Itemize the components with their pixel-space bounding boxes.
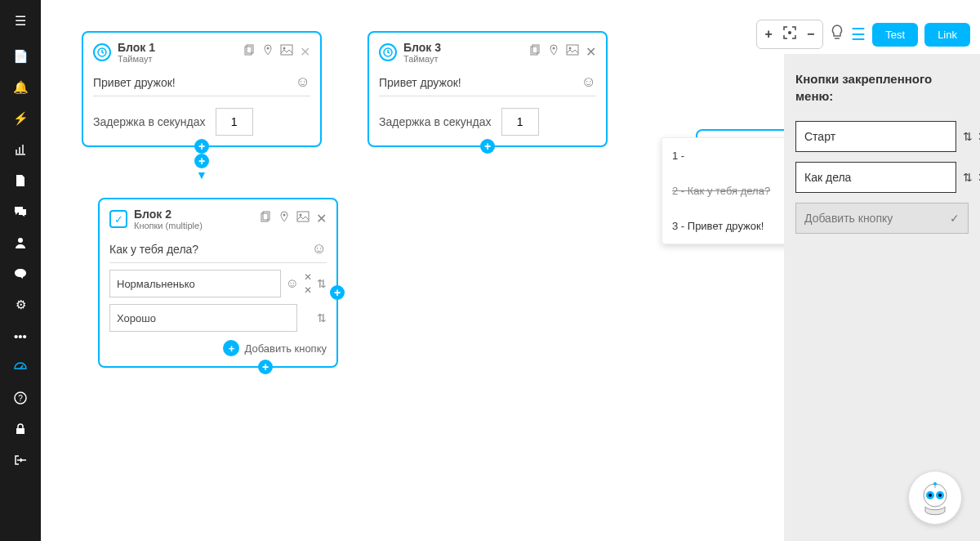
svg-point-26 (938, 494, 942, 497)
delay-input[interactable] (501, 108, 539, 136)
check-icon: ✓ (109, 210, 127, 228)
plus-icon: + (223, 340, 239, 356)
nav-dashboard[interactable] (0, 351, 41, 382)
sidebar: ☰ 📄 🔔 ⚡ ⚙ ••• ? (0, 0, 41, 541)
top-toolbar: + − ☰ Test Link (756, 20, 970, 49)
add-pinned-button[interactable]: Добавить кнопку ✓ (795, 203, 969, 234)
svg-point-19 (283, 214, 286, 217)
copy-icon[interactable] (259, 211, 272, 227)
nav-user[interactable] (0, 227, 41, 258)
plus-icon[interactable]: + (765, 27, 773, 42)
connector-icon[interactable]: + (480, 139, 495, 154)
block-message: Как у тебя дела? (109, 243, 198, 256)
block-subtitle: Таймаут (118, 54, 243, 64)
add-option-button[interactable]: + Добавить кнопку (109, 340, 327, 356)
block-1[interactable]: Блок 1 Таймаут ✕ Привет дружок! ☺ Задерж… (82, 31, 322, 147)
block-title: Блок 2 (134, 208, 259, 221)
block-subtitle: Таймаут (403, 54, 528, 64)
delay-input[interactable] (216, 108, 253, 136)
menu-blue-icon[interactable]: ☰ (851, 25, 866, 44)
link-button[interactable]: Link (924, 23, 970, 47)
nav-logout[interactable] (0, 445, 41, 476)
sort-icon[interactable]: ⇅ (963, 171, 973, 184)
close-icon[interactable]: ✕ (316, 211, 327, 227)
svg-rect-20 (297, 212, 309, 221)
nav-chart[interactable] (0, 134, 41, 165)
panel-title: Кнопки закрепленного меню: (795, 70, 969, 105)
nav-bell[interactable]: 🔔 (0, 72, 41, 103)
sort-icon[interactable]: ⇅ (317, 277, 327, 290)
block-2[interactable]: ✓ Блок 2 Кнопки (multiple) ✕ Как у тебя … (98, 198, 338, 368)
bulb-icon[interactable] (830, 25, 844, 45)
svg-point-4 (788, 31, 791, 34)
close-icon[interactable]: ✕ (586, 44, 596, 60)
pin-icon[interactable] (548, 44, 559, 60)
center-icon[interactable] (782, 25, 797, 43)
test-button[interactable]: Test (872, 23, 918, 47)
connector-icon[interactable]: + (194, 154, 209, 168)
svg-point-21 (300, 214, 302, 217)
nav-comment[interactable] (0, 258, 41, 289)
svg-point-16 (569, 47, 572, 50)
menu-icon[interactable]: ☰ (0, 0, 41, 41)
block-title: Блок 1 (118, 41, 243, 54)
remove-icon[interactable]: ✕ (304, 271, 312, 283)
sort-icon[interactable]: ⇅ (963, 130, 973, 143)
svg-rect-15 (567, 45, 578, 55)
pinned-button-input[interactable] (795, 121, 956, 152)
option-input[interactable] (109, 304, 297, 332)
nav-lock[interactable] (0, 414, 41, 445)
nav-more[interactable]: ••• (0, 320, 41, 351)
svg-point-8 (267, 47, 270, 50)
delay-label: Задержка в секундах (379, 115, 492, 128)
svg-point-0 (18, 238, 23, 243)
close-icon[interactable]: ✕ (300, 44, 310, 60)
copy-icon[interactable] (243, 44, 256, 60)
svg-point-10 (283, 47, 286, 50)
svg-rect-3 (16, 428, 24, 434)
clock-icon (379, 43, 397, 61)
nav-bolt[interactable]: ⚡ (0, 103, 41, 134)
block-title: Блок 3 (403, 41, 528, 54)
clock-icon (93, 43, 111, 61)
image-icon[interactable] (280, 44, 293, 60)
zoom-group: + − (756, 20, 824, 49)
svg-rect-9 (281, 45, 292, 55)
image-icon[interactable] (296, 211, 310, 227)
block-message: Привет дружок! (379, 76, 461, 89)
pinned-menu-panel: Кнопки закрепленного меню: ⇅ ✕ ⇅ ✕ Добав… (784, 54, 980, 541)
connector-icon[interactable]: + (258, 360, 273, 374)
block-message: Привет дружок! (93, 76, 176, 89)
nav-gears[interactable]: ⚙ (0, 289, 41, 320)
connector-icon[interactable]: + (194, 139, 209, 154)
pinned-button-input[interactable] (795, 162, 956, 193)
emoji-icon[interactable]: ☺ (312, 240, 327, 257)
nav-file[interactable]: 📄 (0, 41, 41, 72)
nav-chat[interactable] (0, 196, 41, 227)
svg-point-27 (933, 482, 937, 485)
svg-text:?: ? (18, 394, 23, 403)
canvas[interactable]: + − ☰ Test Link Блок 1 Таймаут (41, 0, 980, 541)
emoji-icon[interactable]: ☺ (296, 74, 310, 91)
svg-point-25 (929, 494, 932, 497)
remove-icon[interactable]: ✕ (304, 284, 312, 296)
copy-icon[interactable] (528, 44, 541, 60)
block-3[interactable]: Блок 3 Таймаут ✕ Привет дружок! ☺ Задерж… (368, 31, 608, 147)
nav-help[interactable]: ? (0, 382, 41, 414)
image-icon[interactable] (566, 44, 579, 60)
emoji-icon[interactable]: ☺ (286, 276, 299, 291)
nav-doc[interactable] (0, 165, 41, 196)
sort-icon[interactable]: ⇅ (317, 311, 327, 324)
minus-icon[interactable]: − (807, 27, 814, 42)
block-subtitle: Кнопки (multiple) (134, 221, 259, 230)
pin-icon[interactable] (278, 211, 290, 227)
connector-icon[interactable]: + (330, 285, 345, 300)
pin-icon[interactable] (262, 44, 274, 60)
emoji-icon[interactable]: ☺ (581, 74, 596, 91)
check-icon: ✓ (950, 212, 960, 225)
chevron-down-icon: ▼ (196, 168, 207, 181)
bot-avatar[interactable] (908, 471, 962, 525)
svg-point-14 (553, 47, 555, 50)
delay-label: Задержка в секундах (93, 115, 206, 128)
option-input[interactable] (109, 270, 281, 297)
